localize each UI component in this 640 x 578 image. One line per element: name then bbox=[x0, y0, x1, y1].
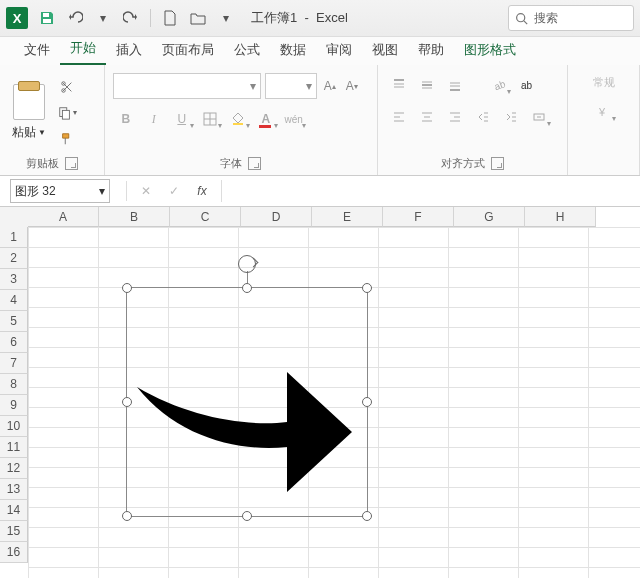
save-button[interactable] bbox=[34, 5, 60, 31]
accept-formula-button[interactable]: ✓ bbox=[161, 179, 187, 203]
redo-button[interactable] bbox=[118, 5, 144, 31]
column-header[interactable]: E bbox=[312, 207, 383, 227]
tab-home[interactable]: 开始 bbox=[60, 34, 106, 65]
selected-shape[interactable] bbox=[126, 287, 368, 517]
undo-more-icon[interactable]: ▾ bbox=[90, 5, 116, 31]
svg-text:ab: ab bbox=[492, 78, 505, 92]
row-header[interactable]: 13 bbox=[0, 479, 28, 500]
increase-font-button[interactable]: A▴ bbox=[321, 77, 339, 95]
underline-button[interactable]: U▾ bbox=[169, 107, 195, 131]
alignment-dialog-launcher[interactable] bbox=[491, 157, 504, 170]
search-placeholder: 搜索 bbox=[534, 10, 558, 27]
resize-handle-se[interactable] bbox=[362, 511, 372, 521]
wrap-text-button[interactable]: ab bbox=[514, 73, 540, 97]
document-name: 工作簿1 bbox=[251, 10, 297, 25]
tab-formulas[interactable]: 公式 bbox=[224, 36, 270, 65]
cancel-formula-button[interactable]: ✕ bbox=[133, 179, 159, 203]
select-all-corner[interactable] bbox=[0, 207, 29, 228]
ribbon: 粘贴 ▼ ▾ 剪贴板 ▾ ▾ A▴ A▾ B bbox=[0, 65, 640, 176]
format-painter-button[interactable] bbox=[56, 128, 78, 150]
resize-handle-ne[interactable] bbox=[362, 283, 372, 293]
row-header[interactable]: 6 bbox=[0, 332, 28, 353]
copy-button[interactable]: ▾ bbox=[56, 102, 78, 124]
rotate-handle[interactable] bbox=[238, 255, 256, 273]
arrow-shape-icon[interactable] bbox=[126, 287, 368, 517]
align-right-button[interactable] bbox=[442, 105, 468, 129]
name-box[interactable]: 图形 32 ▾ bbox=[10, 179, 110, 203]
row-header[interactable]: 14 bbox=[0, 500, 28, 521]
tab-page-layout[interactable]: 页面布局 bbox=[152, 36, 224, 65]
decrease-font-button[interactable]: A▾ bbox=[343, 77, 361, 95]
qat-customize-icon[interactable]: ▾ bbox=[213, 5, 239, 31]
search-input[interactable]: 搜索 bbox=[508, 5, 634, 31]
increase-indent-button[interactable] bbox=[498, 105, 524, 129]
bold-button[interactable]: B bbox=[113, 107, 139, 131]
align-center-button[interactable] bbox=[414, 105, 440, 129]
column-header[interactable]: G bbox=[454, 207, 525, 227]
phonetic-button[interactable]: wén▾ bbox=[281, 107, 307, 131]
insert-function-button[interactable]: fx bbox=[189, 179, 215, 203]
app-name: Excel bbox=[316, 10, 348, 25]
column-headers: ABCDEFGH bbox=[28, 207, 640, 227]
row-header[interactable]: 3 bbox=[0, 269, 28, 290]
formula-input[interactable] bbox=[221, 180, 640, 202]
column-header[interactable]: B bbox=[99, 207, 170, 227]
orientation-button[interactable]: ab▾ bbox=[486, 73, 512, 97]
column-header[interactable]: C bbox=[170, 207, 241, 227]
row-headers: 12345678910111213141516 bbox=[0, 227, 28, 563]
column-header[interactable]: H bbox=[525, 207, 596, 227]
row-header[interactable]: 11 bbox=[0, 437, 28, 458]
cut-button[interactable] bbox=[56, 76, 78, 98]
tab-view[interactable]: 视图 bbox=[362, 36, 408, 65]
tab-review[interactable]: 审阅 bbox=[316, 36, 362, 65]
row-header[interactable]: 8 bbox=[0, 374, 28, 395]
resize-handle-s[interactable] bbox=[242, 511, 252, 521]
font-name-combo[interactable]: ▾ bbox=[113, 73, 261, 99]
paste-button[interactable]: 粘贴 ▼ bbox=[12, 124, 46, 141]
row-header[interactable]: 16 bbox=[0, 542, 28, 563]
align-top-button[interactable] bbox=[386, 73, 412, 97]
row-header[interactable]: 15 bbox=[0, 521, 28, 542]
resize-handle-w[interactable] bbox=[122, 397, 132, 407]
align-middle-button[interactable] bbox=[414, 73, 440, 97]
resize-handle-sw[interactable] bbox=[122, 511, 132, 521]
font-color-button[interactable]: A▾ bbox=[253, 107, 279, 131]
merge-button[interactable]: ▾ bbox=[526, 105, 552, 129]
tab-file[interactable]: 文件 bbox=[14, 36, 60, 65]
italic-button[interactable]: I bbox=[141, 107, 167, 131]
undo-button[interactable] bbox=[62, 5, 88, 31]
row-header[interactable]: 7 bbox=[0, 353, 28, 374]
cells-area[interactable] bbox=[28, 227, 640, 578]
open-file-button[interactable] bbox=[185, 5, 211, 31]
borders-button[interactable]: ▾ bbox=[197, 107, 223, 131]
row-header[interactable]: 2 bbox=[0, 248, 28, 269]
worksheet-grid[interactable]: ABCDEFGH 12345678910111213141516 bbox=[0, 207, 640, 578]
column-header[interactable]: A bbox=[28, 207, 99, 227]
row-header[interactable]: 10 bbox=[0, 416, 28, 437]
resize-handle-n[interactable] bbox=[242, 283, 252, 293]
decrease-indent-button[interactable] bbox=[470, 105, 496, 129]
row-header[interactable]: 4 bbox=[0, 290, 28, 311]
resize-handle-e[interactable] bbox=[362, 397, 372, 407]
tab-data[interactable]: 数据 bbox=[270, 36, 316, 65]
column-header[interactable]: F bbox=[383, 207, 454, 227]
tab-shape-format[interactable]: 图形格式 bbox=[454, 36, 526, 65]
column-header[interactable]: D bbox=[241, 207, 312, 227]
fill-color-button[interactable]: ▾ bbox=[225, 107, 251, 131]
title-bar: X ▾ ▾ 工作簿1 - Excel 搜索 bbox=[0, 0, 640, 37]
row-header[interactable]: 1 bbox=[0, 227, 28, 248]
row-header[interactable]: 5 bbox=[0, 311, 28, 332]
resize-handle-nw[interactable] bbox=[122, 283, 132, 293]
font-size-combo[interactable]: ▾ bbox=[265, 73, 317, 99]
row-header[interactable]: 9 bbox=[0, 395, 28, 416]
clipboard-dialog-launcher[interactable] bbox=[65, 157, 78, 170]
svg-line-3 bbox=[524, 20, 527, 23]
currency-button[interactable]: ¥▾ bbox=[591, 100, 617, 124]
tab-help[interactable]: 帮助 bbox=[408, 36, 454, 65]
align-bottom-button[interactable] bbox=[442, 73, 468, 97]
align-left-button[interactable] bbox=[386, 105, 412, 129]
new-file-button[interactable] bbox=[157, 5, 183, 31]
row-header[interactable]: 12 bbox=[0, 458, 28, 479]
font-dialog-launcher[interactable] bbox=[248, 157, 261, 170]
tab-insert[interactable]: 插入 bbox=[106, 36, 152, 65]
